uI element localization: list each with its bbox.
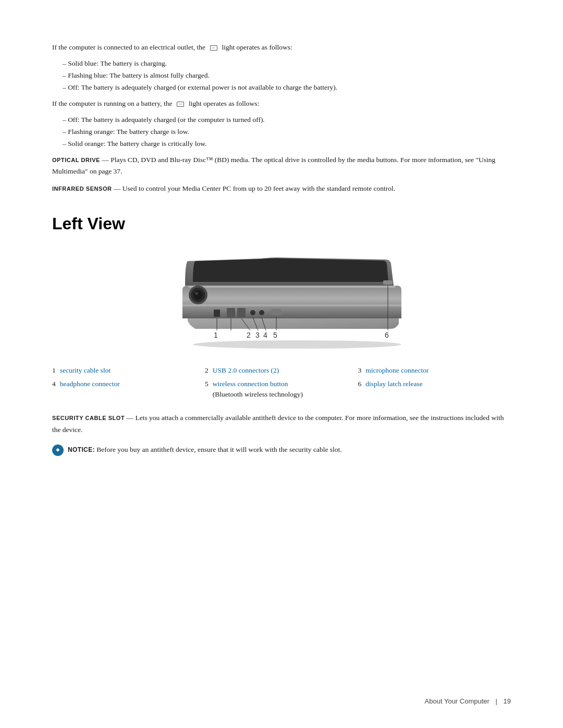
bullet-1: – Solid blue: The battery is charging. xyxy=(63,58,511,70)
security-cable-term: SECURITY CABLE SLOT xyxy=(52,415,125,421)
port-5 xyxy=(271,309,282,315)
screen xyxy=(193,258,388,282)
component-table: 1 security cable slot 2 USB 2.0 connecto… xyxy=(52,364,511,402)
battery-connected-intro: If the computer is connected to an elect… xyxy=(52,42,511,54)
component-cell-3: microphone connector xyxy=(365,364,511,377)
bullet-5: – Flashing orange: The battery charge is… xyxy=(63,126,511,138)
headphone-connector-link[interactable]: headphone connector xyxy=(60,380,120,388)
num-col-4: 4 xyxy=(52,377,60,402)
num-3: 3 xyxy=(255,331,260,339)
shadow xyxy=(193,340,401,349)
num-6: 6 xyxy=(385,331,389,339)
num-1: 1 xyxy=(214,331,218,339)
component-row-1: 1 security cable slot 2 USB 2.0 connecto… xyxy=(52,364,511,377)
notice-bold: NOTICE: xyxy=(68,446,95,453)
num-2: 2 xyxy=(247,331,251,339)
battery-icon-running: ⎓ xyxy=(177,102,184,107)
security-cable-slot-link[interactable]: security cable slot xyxy=(60,366,111,374)
component-cell-4: headphone connector xyxy=(60,377,205,402)
bullet-2: – Flashing blue: The battery is almost f… xyxy=(63,70,511,82)
num-5: 5 xyxy=(273,331,277,339)
display-latch-link[interactable]: display latch release xyxy=(365,380,422,388)
component-cell-5: wireless connection button (Bluetooth wi… xyxy=(213,377,358,402)
camera-reflect xyxy=(195,292,198,295)
infrared-sensor-term: INFRARED SENSOR xyxy=(52,186,112,192)
latch xyxy=(383,280,393,285)
num-4: 4 xyxy=(263,331,267,339)
battery-connected-bullets: – Solid blue: The battery is charging. –… xyxy=(52,58,511,94)
optical-drive-section: OPTICAL DRIVE — Plays CD, DVD and Blu-ra… xyxy=(52,154,511,178)
notice-body: Before you buy an antitheft device, ensu… xyxy=(96,446,342,453)
notice-text: NOTICE: Before you buy an antitheft devi… xyxy=(68,444,342,455)
notice-box: ● NOTICE: Before you buy an antitheft de… xyxy=(52,444,511,456)
num-col-6: 6 xyxy=(358,377,366,402)
usb-connectors-link[interactable]: USB 2.0 connectors (2) xyxy=(213,366,279,374)
laptop-diagram: 1 2 3 4 5 6 xyxy=(52,248,511,356)
wireless-sublabel: (Bluetooth wireless technology) xyxy=(213,390,303,398)
bullet-4: – Off: The battery is adequately charged… xyxy=(63,114,511,126)
port-1 xyxy=(214,310,220,317)
security-cable-description: SECURITY CABLE SLOT — Lets you attach a … xyxy=(52,412,511,436)
battery-running-intro: If the computer is running on a battery,… xyxy=(52,98,511,110)
optical-drive-text: Plays CD, DVD and Blu-ray Disc™ (BD) med… xyxy=(52,156,495,176)
page-footer: About Your Computer | 19 xyxy=(425,696,511,707)
footer-section: About Your Computer xyxy=(425,697,489,705)
component-cell-1: security cable slot xyxy=(60,364,205,377)
wireless-button-link[interactable]: wireless connection button xyxy=(213,380,288,388)
trim xyxy=(182,304,401,306)
infrared-sensor-text: Used to control your Media Center PC fro… xyxy=(123,184,395,192)
component-row-2: 4 headphone connector 5 wireless connect… xyxy=(52,377,511,402)
laptop-svg: 1 2 3 4 5 6 xyxy=(146,248,417,352)
notice-icon: ● xyxy=(52,445,64,456)
port-2b xyxy=(237,308,246,317)
port-4 xyxy=(259,310,264,315)
page-content: If the computer is connected to an elect… xyxy=(52,42,511,456)
footer-page-number: 19 xyxy=(504,697,511,705)
microphone-connector-link[interactable]: microphone connector xyxy=(365,366,429,374)
num-col-1: 1 xyxy=(52,364,60,377)
shine xyxy=(188,286,396,288)
battery-running-bullets: – Off: The battery is adequately charged… xyxy=(52,114,511,150)
bullet-3: – Off: The battery is adequately charged… xyxy=(63,82,511,94)
infrared-sensor-section: INFRARED SENSOR — Used to control your M… xyxy=(52,183,511,195)
optical-drive-term: OPTICAL DRIVE xyxy=(52,157,100,163)
port-2a xyxy=(227,308,235,317)
bullet-6: – Solid orange: The battery charge is cr… xyxy=(63,138,511,150)
footer-separator: | xyxy=(496,697,497,705)
component-cell-2: USB 2.0 connectors (2) xyxy=(213,364,358,377)
port-3 xyxy=(250,310,255,315)
left-view-title: Left View xyxy=(52,211,511,237)
num-col-2: 2 xyxy=(205,364,213,377)
battery-icon-connected: ⎓ xyxy=(210,45,217,51)
component-cell-6: display latch release xyxy=(365,377,511,402)
num-col-3: 3 xyxy=(358,364,366,377)
camera-inner xyxy=(193,290,203,300)
num-col-5: 5 xyxy=(205,377,213,402)
